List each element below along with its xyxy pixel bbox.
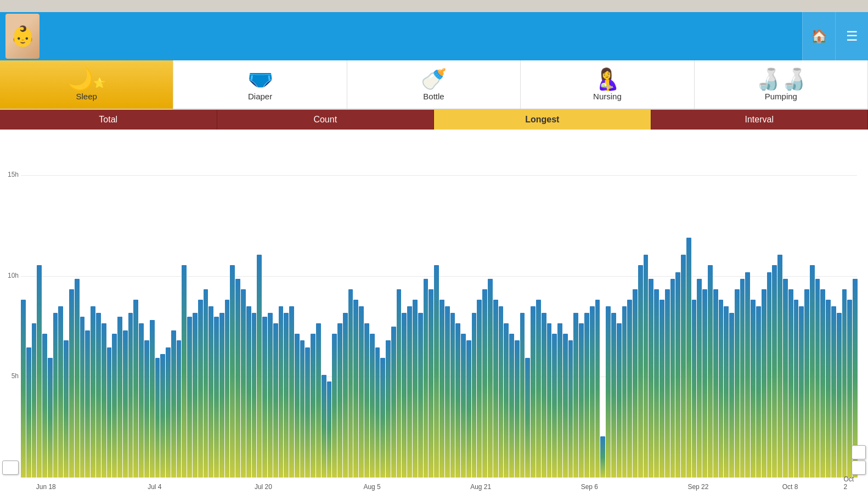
bar-col [144,135,149,478]
bar [279,306,284,478]
bar [262,317,267,478]
bar-col [48,135,53,478]
bar-col [745,135,750,478]
bar [590,306,595,478]
bar-col [171,135,176,478]
y-axis: 15h10h5h [0,130,21,494]
menu-button[interactable]: ☰ [835,12,868,60]
x-label: Jun 18 [36,483,56,491]
bar [788,289,793,478]
bar [187,317,192,478]
bar [32,323,37,478]
category-tab-pumping[interactable]: 🍶🍶Pumping [695,60,868,109]
bar-col [364,135,369,478]
bar [397,289,402,478]
bar [214,317,219,478]
bar-col [654,135,659,478]
category-tab-bottle[interactable]: 🍼Bottle [347,60,521,109]
stat-tab-longest[interactable]: Longest [434,110,651,130]
bar [477,300,482,478]
bar [762,289,766,478]
bar [783,279,788,478]
bar-col [123,135,128,478]
bar [289,306,294,478]
bar [649,279,653,478]
bar [112,334,117,478]
bar [155,358,160,478]
bar-col [847,135,852,478]
x-label: Jul 20 [255,483,272,491]
bar [348,289,353,478]
bar-col [450,135,455,478]
bar-col [724,135,729,478]
stat-tab-interval[interactable]: Interval [651,110,869,130]
bar [804,289,809,478]
bar [644,255,649,478]
bar-col [208,135,213,478]
bar [509,334,514,478]
bar-col [740,135,745,478]
bar-col [397,135,402,478]
bar-col [772,135,777,478]
stat-tab-count[interactable]: Count [217,110,435,130]
bar [520,313,525,478]
cat-icon-sleep: 🌙⭐ [67,69,105,89]
bar-col [160,135,165,478]
bar [353,300,358,478]
bar [547,323,552,478]
bar [665,289,670,478]
bar [139,323,144,478]
bar-col [799,135,804,478]
stat-tab-total[interactable]: Total [0,110,217,130]
bar [193,313,198,478]
bar-col [150,135,155,478]
bar [584,313,589,478]
bar [418,313,423,478]
chart-canvas [21,130,857,478]
category-tab-diaper[interactable]: 🩲Diaper [173,60,347,109]
bar-col [820,135,825,478]
home-button[interactable]: 🏠 [802,12,835,60]
category-tab-sleep[interactable]: 🌙⭐Sleep [0,60,173,109]
bar [424,279,429,478]
bar [515,340,520,478]
bar-col [42,135,47,478]
bar-col [21,135,26,478]
bar [466,340,471,478]
share-button[interactable] [2,461,19,475]
bar-col [542,135,546,478]
bar-col [622,135,627,478]
bar-col [279,135,284,478]
x-label: Aug 5 [363,483,380,491]
bar [359,306,364,478]
bar-col [842,135,847,478]
bar [461,334,466,478]
cat-label-diaper: Diaper [248,92,272,101]
bar-col [166,135,171,478]
category-tab-nursing[interactable]: 🤱Nursing [521,60,694,109]
bar [568,340,573,478]
bar [257,255,262,478]
bar-col [638,135,643,478]
bar [600,436,605,478]
bar-col [536,135,541,478]
bar-col [187,135,192,478]
bar-col [719,135,724,478]
bar-col [472,135,477,478]
zoom-in-button[interactable] [852,445,866,459]
bar-col [675,135,680,478]
bar [246,306,251,478]
bar-col [815,135,820,478]
bar-col [611,135,616,478]
home-icon: 🏠 [811,29,827,44]
bar-col [568,135,573,478]
zoom-out-button[interactable] [852,461,866,475]
bar-col [407,135,412,478]
bar-col [853,135,858,478]
bar [75,279,80,478]
bar-col [316,135,321,478]
bar [434,265,439,478]
bar-col [429,135,433,478]
bar [407,306,412,478]
bar [48,358,53,478]
